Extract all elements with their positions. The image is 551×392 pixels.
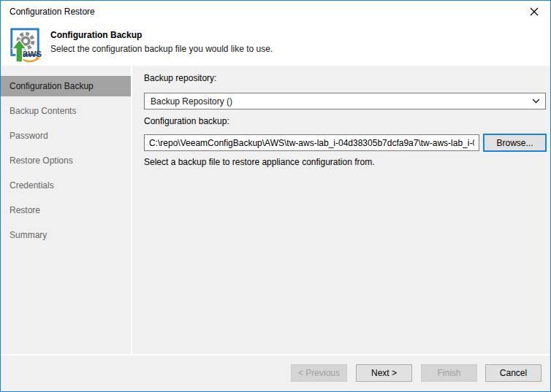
wizard-body: Configuration Backup Backup Contents Pas… [1,66,550,354]
finish-button[interactable]: Finish [421,364,477,382]
sidebar-item-password[interactable]: Password [1,126,131,146]
title-bar: Configuration Restore [1,1,550,23]
browse-button[interactable]: Browse... [483,134,547,152]
cancel-button[interactable]: Cancel [485,364,542,382]
step-subtitle: Select the configuration backup file you… [50,44,273,54]
next-button[interactable]: Next > [356,364,412,382]
sidebar-item-restore-options[interactable]: Restore Options [1,150,131,171]
sidebar-item-restore[interactable]: Restore [1,200,131,220]
svg-text:aws: aws [22,47,42,59]
backup-repository-label: Backup repository: [144,73,216,83]
sidebar-item-backup-contents[interactable]: Backup Contents [1,101,131,121]
backup-repository-value: Backup Repository () [145,96,526,107]
step-content: Backup repository: Backup Repository () … [134,66,550,354]
close-icon [530,7,539,16]
close-button[interactable] [517,1,550,22]
configuration-restore-dialog: Configuration Restore aws Configuration … [0,0,551,392]
backup-repository-dropdown[interactable]: Backup Repository () [144,93,546,109]
wizard-header: aws Configuration Backup Select the conf… [1,23,550,66]
sidebar-item-summary[interactable]: Summary [1,225,131,245]
configuration-backup-label: Configuration backup: [144,116,229,126]
sidebar-item-credentials[interactable]: Credentials [1,175,131,196]
aws-config-restore-icon: aws [7,28,42,63]
wizard-steps-sidebar: Configuration Backup Backup Contents Pas… [1,66,132,354]
chevron-down-icon [526,99,545,104]
helper-text: Select a backup file to restore applianc… [144,157,375,167]
previous-button[interactable]: < Previous [291,364,347,382]
configuration-backup-path-input[interactable] [144,134,479,151]
step-title: Configuration Backup [50,30,142,40]
window-title: Configuration Restore [1,7,95,17]
wizard-footer: < Previous Next > Finish Cancel [1,354,550,391]
sidebar-item-configuration-backup[interactable]: Configuration Backup [1,76,131,96]
